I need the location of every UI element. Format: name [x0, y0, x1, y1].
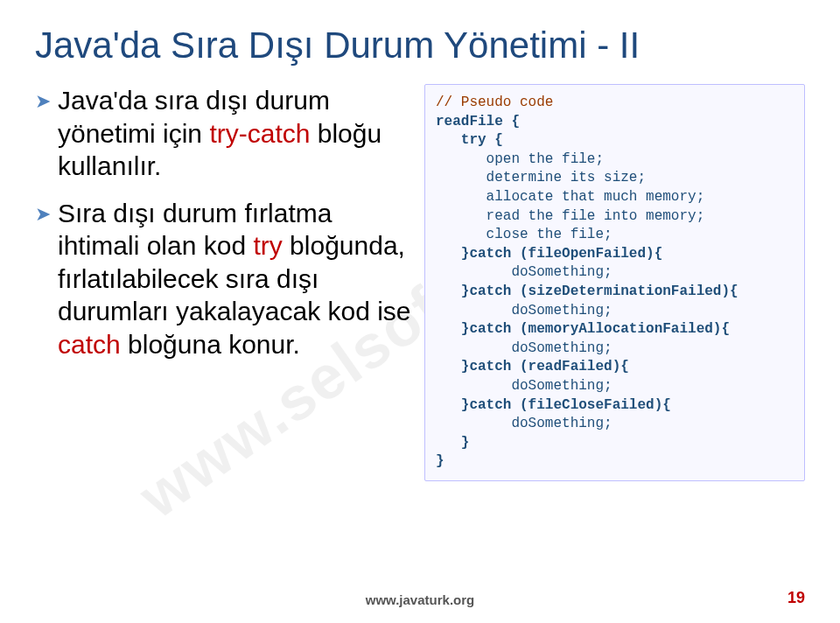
code-line: determine its size; [436, 170, 646, 186]
code-line: open the file; [436, 151, 604, 167]
code-line: read the file into memory; [436, 208, 704, 224]
code-line: allocate that much memory; [436, 189, 704, 205]
code-line: doSomething; [436, 303, 612, 318]
code-line: doSomething; [436, 340, 612, 356]
chevron-right-icon: ➤ [35, 84, 58, 183]
slide-title: Java'da Sıra Dışı Durum Yönetimi - II [35, 24, 805, 66]
keyword-try: try [253, 231, 282, 260]
code-line: }catch (sizeDeterminationFailed){ [436, 284, 738, 299]
code-line: doSomething; [436, 416, 612, 431]
code-line: }catch (fileCloseFailed){ [436, 397, 671, 413]
code-line: } [436, 435, 469, 451]
chevron-right-icon: ➤ [35, 197, 58, 361]
code-line: // Pseudo code [436, 94, 553, 110]
content-row: ➤ Java'da sıra dışı durum yönetimi için … [35, 84, 805, 481]
left-column: ➤ Java'da sıra dışı durum yönetimi için … [35, 84, 416, 481]
bullet-text: Java'da sıra dışı durum yönetimi için tr… [58, 84, 416, 183]
keyword-catch: catch [58, 330, 121, 359]
text-segment: bloğuna konur. [121, 330, 300, 359]
bullet-item: ➤ Java'da sıra dışı durum yönetimi için … [35, 84, 416, 183]
right-column: // Pseudo code readFile { try { open the… [424, 84, 805, 481]
code-line: }catch (fileOpenFailed){ [436, 246, 662, 262]
code-line: doSomething; [436, 378, 612, 394]
code-line: try { [436, 132, 503, 148]
footer-url: www.javaturk.org [0, 592, 840, 607]
bullet-text: Sıra dışı durum fırlatma ihtimali olan k… [58, 197, 416, 361]
code-box: // Pseudo code readFile { try { open the… [424, 84, 805, 481]
keyword-try-catch: try-catch [209, 119, 310, 148]
slide: www.selsoft.academy Java'da Sıra Dışı Du… [0, 0, 840, 623]
code-line: }catch (memoryAllocationFailed){ [436, 321, 730, 337]
code-line: close the file; [436, 227, 612, 242]
code-line: }catch (readFailed){ [436, 359, 629, 374]
code-line: doSomething; [436, 264, 612, 280]
page-number: 19 [788, 589, 805, 607]
code-line: } [436, 453, 444, 469]
bullet-item: ➤ Sıra dışı durum fırlatma ihtimali olan… [35, 197, 416, 361]
code-line: readFile { [436, 114, 520, 130]
